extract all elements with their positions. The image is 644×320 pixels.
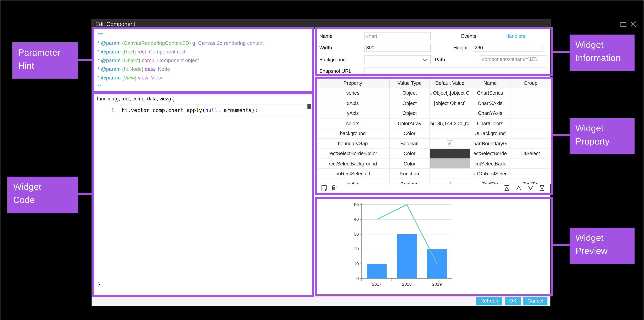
move-to-top-button[interactable] xyxy=(503,185,510,192)
table-cell: Boolean xyxy=(390,138,430,148)
color-swatch[interactable] xyxy=(430,148,470,158)
delete-property-button[interactable] xyxy=(331,185,338,192)
table-cell: ToolTip xyxy=(470,179,510,184)
code-token: {Rect} xyxy=(120,49,136,55)
property-table: PropertyValue TypeDefault ValueNameGroup… xyxy=(316,78,551,184)
default-value-cell: t Object],[object C xyxy=(430,88,470,98)
close-button[interactable] xyxy=(630,21,636,27)
color-swatch[interactable] xyxy=(430,159,470,168)
maximize-button[interactable] xyxy=(620,21,627,27)
annotation-connector xyxy=(552,134,570,136)
move-down-button[interactable] xyxy=(527,185,534,192)
table-row[interactable]: yAxisObjectChartYAxis xyxy=(316,108,551,118)
handlers-link[interactable]: Handlers xyxy=(506,33,525,39)
default-value-cell: [object Object] xyxy=(430,98,470,108)
table-row[interactable]: xAxisObject[object Object]ChartXAxis xyxy=(316,98,551,108)
code-scrollbar-track[interactable] xyxy=(308,105,312,290)
chart-bar xyxy=(367,264,386,279)
annotation-text: Hint xyxy=(18,61,34,71)
move-to-bottom-button[interactable] xyxy=(538,185,546,192)
trash-icon xyxy=(331,185,338,192)
width-input[interactable] xyxy=(364,44,431,52)
chart-y-tick-label: 40 xyxy=(354,217,359,222)
code-token: view xyxy=(136,75,148,81)
param-hint-line: */ xyxy=(98,82,264,91)
code-token: g xyxy=(191,40,195,46)
param-hint-line: /** xyxy=(98,30,264,39)
chart-x-tick-label: 2019 xyxy=(432,282,442,286)
table-cell xyxy=(510,98,551,108)
table-row[interactable]: rectSelectBackgroundColorectSelectBack xyxy=(316,159,551,169)
annotation-label-widget-property: Widget Property xyxy=(570,118,634,154)
code-closing-brace: } xyxy=(98,281,100,287)
code-token: ht.vector.comp.chart.apply( xyxy=(122,107,205,113)
annotation-connector xyxy=(552,51,570,53)
ok-button[interactable]: OK xyxy=(505,297,521,305)
table-cell: ChartXAxis xyxy=(470,98,510,108)
code-token: rect xyxy=(136,49,146,55)
code-token: * @param xyxy=(98,66,120,72)
default-value-cell: b(135,144,204),rg xyxy=(430,118,470,128)
dialog-titlebar[interactable]: Edit Component xyxy=(91,19,551,29)
table-row[interactable]: colorsColorArrayb(135,144,204),rgChartCo… xyxy=(316,118,551,128)
table-row[interactable]: tooltipBoolean✓ToolTipToolTip xyxy=(316,179,551,184)
table-cell: Object xyxy=(390,88,430,98)
table-cell xyxy=(510,88,551,98)
table-cell: yAxis xyxy=(316,108,390,118)
chart-bar xyxy=(397,234,417,279)
code-token: {ht.Node} xyxy=(120,66,144,72)
table-header-cell[interactable]: Name xyxy=(470,78,510,88)
widget-preview-chart: 01020304050201720182019 xyxy=(317,198,550,294)
table-row[interactable]: backgroundColorUIBackground xyxy=(316,128,551,138)
annotation-connector xyxy=(77,59,94,61)
refresh-button[interactable]: Refresh xyxy=(476,297,502,305)
move-up-icon xyxy=(515,185,522,192)
annotation-label-widget-preview: Widget Preview xyxy=(570,228,634,264)
annotation-text: Widget xyxy=(576,123,604,133)
table-row[interactable]: boundaryGapBoolean✓hartBoundaryG xyxy=(316,138,551,148)
background-label: Background xyxy=(319,57,346,63)
table-cell: ColorArray xyxy=(390,118,430,128)
boolean-checkbox[interactable]: ✓ xyxy=(446,181,453,184)
table-cell: background xyxy=(316,128,390,138)
table-row[interactable]: onRectSelectedFunctionartOnRectSelec xyxy=(316,169,551,179)
chart-y-tick-label: 50 xyxy=(354,202,359,207)
table-cell: Color xyxy=(390,159,430,168)
path-input[interactable] xyxy=(480,55,547,63)
code-scrollbar-thumb[interactable] xyxy=(307,104,311,109)
annotation-text: Parameter xyxy=(18,47,60,58)
chevron-down-icon xyxy=(422,59,428,62)
table-header-cell[interactable]: Value Type xyxy=(390,78,430,88)
code-editor-line[interactable]: ht.vector.comp.chart.apply(null, argumen… xyxy=(120,105,308,116)
move-up-button[interactable] xyxy=(515,185,522,192)
table-header-cell[interactable]: Property xyxy=(316,78,390,88)
param-hint-line: * @param {CanvasRenderingContext2D} g Ca… xyxy=(98,39,264,48)
boolean-checkbox[interactable]: ✓ xyxy=(446,140,453,147)
cancel-button[interactable]: Cancel xyxy=(523,297,548,305)
table-cell: ectSelectBorde xyxy=(470,148,510,158)
code-token: * @param xyxy=(98,49,120,55)
table-row[interactable]: seriesObjectt Object],[object CChartSeri… xyxy=(316,88,551,98)
chart-y-tick-label: 10 xyxy=(354,261,359,266)
path-label: Path xyxy=(435,57,445,63)
name-input[interactable] xyxy=(364,32,431,40)
default-value-cell: ✓ xyxy=(430,179,470,184)
table-cell: UIBackground xyxy=(470,128,510,138)
background-select[interactable] xyxy=(364,55,431,64)
height-label: Height xyxy=(453,45,468,51)
chart-y-tick-label: 20 xyxy=(354,246,359,251)
default-value-cell xyxy=(430,159,470,168)
add-property-button[interactable] xyxy=(320,185,328,192)
code-token: data xyxy=(144,66,155,72)
snapshot-url-label: Snapshot URL xyxy=(319,68,351,74)
table-header-cell[interactable]: Default Value xyxy=(430,78,470,88)
chart-y-tick-label: 30 xyxy=(354,232,359,237)
snapshot-url-input[interactable] xyxy=(364,67,547,75)
table-cell: xAxis xyxy=(316,98,390,108)
height-input[interactable] xyxy=(472,44,542,52)
table-row[interactable]: rectSelectBorderColorColorectSelectBorde… xyxy=(316,148,551,159)
code-token: {View} xyxy=(120,75,136,81)
table-header-cell[interactable]: Group xyxy=(510,78,551,88)
new-item-icon xyxy=(320,185,328,192)
events-label: Events xyxy=(461,33,476,39)
